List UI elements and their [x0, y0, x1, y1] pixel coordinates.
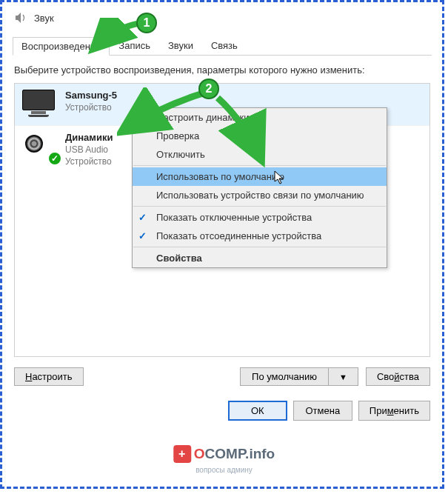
- ok-button[interactable]: ОК: [228, 401, 287, 421]
- annotation-badge-2: 2: [198, 79, 219, 99]
- arrow-2b: [213, 95, 280, 169]
- set-default-combo: По умолчанию ▼: [240, 367, 358, 386]
- device-name: Динамики: [65, 132, 113, 143]
- annotation-badge-1: 1: [136, 13, 157, 33]
- device-desc: Устройство: [65, 156, 113, 167]
- apply-button[interactable]: Применить: [358, 401, 430, 421]
- menu-properties[interactable]: Свойства: [133, 249, 387, 267]
- instruction-text: Выберите устройство воспроизведения, пар…: [14, 64, 430, 76]
- cancel-button[interactable]: Отмена: [293, 401, 352, 421]
- check-icon: ✓: [138, 230, 147, 241]
- title-bar: Звук: [13, 10, 432, 26]
- device-buttons-row: Настроить По умолчанию ▼ Свойства: [14, 367, 430, 386]
- configure-button[interactable]: Настроить: [14, 367, 84, 386]
- window-title: Звук: [34, 13, 54, 24]
- device-desc: Устройство: [65, 102, 117, 113]
- tab-communications[interactable]: Связь: [202, 36, 247, 55]
- speaker-icon: [13, 10, 29, 26]
- device-name: Samsung-5: [65, 90, 117, 101]
- dialog-buttons-row: ОК Отмена Применить: [14, 401, 430, 421]
- device-info: Динамики USB Audio Устройство: [65, 132, 113, 167]
- menu-separator: [133, 247, 386, 247]
- monitor-icon: [22, 90, 58, 119]
- device-desc: USB Audio: [65, 144, 113, 155]
- properties-button[interactable]: Свойства: [366, 367, 430, 386]
- cursor-icon: [274, 170, 286, 187]
- menu-show-disconnected[interactable]: ✓Показать отсоединенные устройства: [133, 227, 387, 245]
- arrow-2a: [117, 87, 213, 147]
- menu-set-default[interactable]: Использовать по умолчанию: [133, 167, 387, 186]
- set-default-button[interactable]: По умолчанию: [240, 367, 329, 386]
- speakers-icon: ✓: [22, 132, 58, 161]
- menu-separator: [133, 206, 386, 207]
- device-info: Samsung-5 Устройство: [65, 90, 117, 113]
- tab-sounds[interactable]: Звуки: [159, 36, 202, 55]
- watermark-logo-icon: +: [173, 445, 191, 463]
- watermark-text: OCOMP.info: [194, 446, 275, 462]
- tabs-row: Воспроизведение Запись Звуки Связь: [13, 36, 432, 56]
- menu-show-disabled[interactable]: ✓Показать отключенные устройства: [133, 208, 387, 227]
- set-default-dropdown[interactable]: ▼: [329, 367, 358, 386]
- menu-set-default-comm[interactable]: Использовать устройство связи по умолчан…: [133, 186, 387, 204]
- check-icon: ✓: [138, 212, 147, 223]
- default-check-icon: ✓: [47, 151, 62, 166]
- watermark: + OCOMP.info: [173, 445, 275, 463]
- watermark-subtitle: вопросы админу: [195, 466, 253, 474]
